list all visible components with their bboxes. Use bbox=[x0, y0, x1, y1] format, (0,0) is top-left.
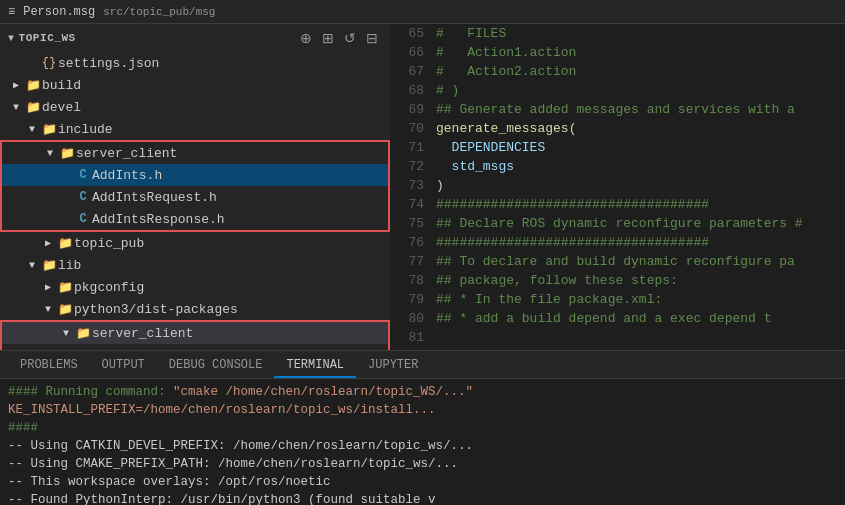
code-line: ) bbox=[436, 176, 845, 195]
code-line: # Action2.action bbox=[436, 62, 845, 81]
tree-item-lib[interactable]: ▼ 📁 lib bbox=[0, 254, 390, 276]
file-tree: {} settings.json ▶ 📁 build ▼ 📁 devel ▼ 📁… bbox=[0, 52, 390, 350]
c-icon: C bbox=[74, 168, 92, 182]
line-number: 76 bbox=[390, 233, 424, 252]
tree-item-AddInts[interactable]: C AddInts.h bbox=[2, 164, 388, 186]
arrow-icon: ▼ bbox=[42, 148, 58, 159]
new-folder-btn[interactable]: ⊞ bbox=[318, 28, 338, 48]
item-label: devel bbox=[42, 100, 81, 115]
tree-item-server_client_2[interactable]: ▼ 📁 server_client bbox=[2, 322, 388, 344]
terminal-line: #### bbox=[8, 419, 837, 437]
code-editor: 65666768697071727374757677787980818283 #… bbox=[390, 24, 845, 350]
tree-item-include[interactable]: ▼ 📁 include bbox=[0, 118, 390, 140]
c-icon: C bbox=[74, 190, 92, 204]
line-number: 68 bbox=[390, 81, 424, 100]
code-lines[interactable]: # FILES# Action1.action# Action2.action#… bbox=[432, 24, 845, 350]
folder-icon: 📁 bbox=[90, 348, 108, 351]
code-line: std_msgs bbox=[436, 157, 845, 176]
terminal-content[interactable]: #### Running command: "cmake /home/chen/… bbox=[0, 379, 845, 505]
tab-filename[interactable]: Person.msg bbox=[23, 5, 95, 19]
code-line: # FILES bbox=[436, 24, 845, 43]
refresh-btn[interactable]: ↺ bbox=[340, 28, 360, 48]
tree-item-topic_pub_1[interactable]: ▶ 📁 topic_pub bbox=[0, 232, 390, 254]
code-line: ## * add a build depend and a exec depen… bbox=[436, 309, 845, 328]
line-number: 70 bbox=[390, 119, 424, 138]
code-line: ################################### bbox=[436, 233, 845, 252]
panel-tab-jupyter[interactable]: JUPYTER bbox=[356, 354, 430, 378]
item-label: topic_pub bbox=[74, 236, 144, 251]
tab-path: src/topic_pub/msg bbox=[103, 6, 215, 18]
code-line: ## To declare and build dynamic reconfig… bbox=[436, 252, 845, 271]
tree-item-server_client_1[interactable]: ▼ 📁 server_client bbox=[2, 142, 388, 164]
line-number: 80 bbox=[390, 309, 424, 328]
line-number: 73 bbox=[390, 176, 424, 195]
panel-tab-output[interactable]: OUTPUT bbox=[90, 354, 157, 378]
line-number: 72 bbox=[390, 157, 424, 176]
folder-icon: 📁 bbox=[24, 78, 42, 93]
code-line: ## * In the file package.xml: bbox=[436, 290, 845, 309]
section-arrow: ▼ bbox=[8, 33, 15, 44]
section-title: TOPIC_WS bbox=[19, 32, 76, 44]
tree-item-python3[interactable]: ▼ 📁 python3/dist-packages bbox=[0, 298, 390, 320]
code-line: # ) bbox=[436, 81, 845, 100]
top-bar: ≡ Person.msg src/topic_pub/msg bbox=[0, 0, 845, 24]
line-number: 79 bbox=[390, 290, 424, 309]
line-number: 77 bbox=[390, 252, 424, 271]
line-number: 71 bbox=[390, 138, 424, 157]
bottom-panel: PROBLEMSOUTPUTDEBUG CONSOLETERMINALJUPYT… bbox=[0, 350, 845, 505]
arrow-icon: ▶ bbox=[74, 349, 90, 350]
line-number: 78 bbox=[390, 271, 424, 290]
item-label: server_client bbox=[76, 146, 177, 161]
code-line: # Action1.action bbox=[436, 43, 845, 62]
item-label: lib bbox=[58, 258, 81, 273]
terminal-line: -- Found PythonInterp: /usr/bin/python3 … bbox=[8, 491, 837, 505]
tree-item-devel[interactable]: ▼ 📁 devel bbox=[0, 96, 390, 118]
line-numbers: 65666768697071727374757677787980818283 bbox=[390, 24, 432, 350]
main-area: ▼ TOPIC_WS ⊕ ⊞ ↺ ⊟ {} settings.json ▶ 📁 … bbox=[0, 24, 845, 350]
tree-item-build[interactable]: ▶ 📁 build bbox=[0, 74, 390, 96]
tree-item-srv[interactable]: ▶ 📁 srv bbox=[2, 344, 388, 350]
code-content: 65666768697071727374757677787980818283 #… bbox=[390, 24, 845, 350]
code-line: generate_messages( bbox=[436, 119, 845, 138]
folder-icon: 📁 bbox=[56, 236, 74, 251]
json-icon: {} bbox=[40, 56, 58, 70]
arrow-icon: ▼ bbox=[24, 260, 40, 271]
code-line: ## Generate added messages and services … bbox=[436, 100, 845, 119]
line-number: 69 bbox=[390, 100, 424, 119]
panel-tab-problems[interactable]: PROBLEMS bbox=[8, 354, 90, 378]
red-box-2: ▼ 📁 server_client ▶ 📁 srv 🐍 __init__.py bbox=[0, 320, 390, 350]
folder-icon: 📁 bbox=[40, 258, 58, 273]
arrow-icon: ▶ bbox=[40, 281, 56, 293]
arrow-icon: ▼ bbox=[40, 304, 56, 315]
folder-icon: 📁 bbox=[58, 146, 76, 161]
panel-tab-terminal[interactable]: TERMINAL bbox=[274, 354, 356, 378]
line-number: 66 bbox=[390, 43, 424, 62]
c-icon: C bbox=[74, 212, 92, 226]
tree-item-AddIntsResponse[interactable]: C AddIntsResponse.h bbox=[2, 208, 388, 230]
tree-item-AddIntsRequest[interactable]: C AddIntsRequest.h bbox=[2, 186, 388, 208]
tree-item-pkgconfig[interactable]: ▶ 📁 pkgconfig bbox=[0, 276, 390, 298]
item-label: server_client bbox=[92, 326, 193, 341]
item-label: python3/dist-packages bbox=[74, 302, 238, 317]
terminal-line: -- Using CATKIN_DEVEL_PREFIX: /home/chen… bbox=[8, 437, 837, 455]
arrow-icon: ▶ bbox=[40, 237, 56, 249]
panel-tab-debug[interactable]: DEBUG CONSOLE bbox=[157, 354, 275, 378]
new-file-btn[interactable]: ⊕ bbox=[296, 28, 316, 48]
arrow-icon: ▼ bbox=[58, 328, 74, 339]
panel-tabs: PROBLEMSOUTPUTDEBUG CONSOLETERMINALJUPYT… bbox=[0, 351, 845, 379]
item-label: srv bbox=[108, 348, 131, 351]
code-line: ## Declare ROS dynamic reconfigure param… bbox=[436, 214, 845, 233]
item-label: settings.json bbox=[58, 56, 159, 71]
tree-item-settings[interactable]: {} settings.json bbox=[0, 52, 390, 74]
folder-icon: 📁 bbox=[74, 326, 92, 341]
item-label: AddIntsResponse.h bbox=[92, 212, 225, 227]
folder-icon: 📁 bbox=[56, 302, 74, 317]
code-line: ################################### bbox=[436, 195, 845, 214]
terminal-line: -- This workspace overlays: /opt/ros/noe… bbox=[8, 473, 837, 491]
sidebar-toolbar: ⊕ ⊞ ↺ ⊟ bbox=[296, 28, 382, 48]
item-label: AddInts.h bbox=[92, 168, 162, 183]
item-label: pkgconfig bbox=[74, 280, 144, 295]
file-icon: ≡ bbox=[8, 5, 15, 19]
red-box-1: ▼ 📁 server_client C AddInts.h C AddIntsR… bbox=[0, 140, 390, 232]
collapse-btn[interactable]: ⊟ bbox=[362, 28, 382, 48]
